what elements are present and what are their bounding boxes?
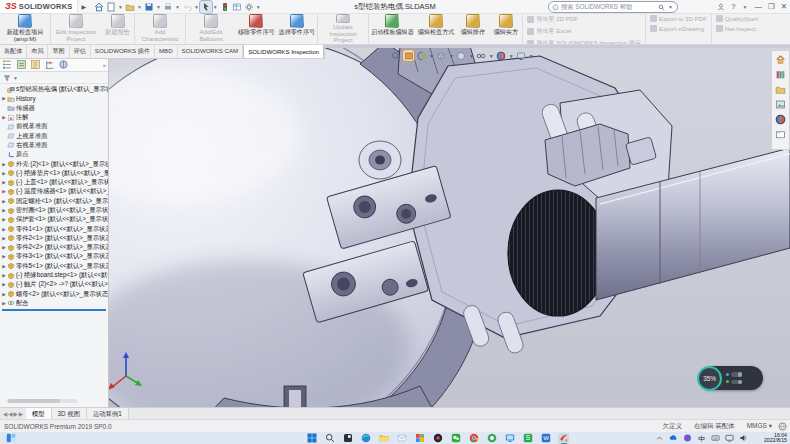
tab-solidworks-cam[interactable]: SOLIDWORKS CAM [178,44,244,58]
view-orientation-caret-icon[interactable]: ▼ [449,53,454,59]
menu-flyout-icon[interactable]: ▶ [78,3,89,10]
tree-item[interactable]: ▶外壳 (2)<1> (默认<<默认>_显示状 [0,159,108,168]
tree-horizontal-scrollbar[interactable] [6,399,78,403]
options-caret-icon[interactable]: ▼ [256,4,261,10]
tab-布局[interactable]: 布局 [27,44,48,58]
restore-icon[interactable]: ❐ [768,3,775,11]
recorder-overlay[interactable]: 35% [700,366,763,390]
tv-icon[interactable] [504,433,515,444]
zoom-percent-badge[interactable]: 35% [697,366,722,391]
view-settings-caret-icon[interactable]: ▼ [529,53,534,59]
seafile-icon[interactable]: S [522,433,533,444]
solidworks-taskbar-icon[interactable] [558,433,569,444]
recorder-switch-2[interactable] [731,380,742,385]
tree-item[interactable]: ▶零件5<1> (默认<<默认>_显示状态 [0,262,108,271]
print-icon[interactable] [162,1,174,13]
new-inspection-project-button[interactable]: 新建检查项目(amp:M) [0,13,50,44]
user-icon[interactable] [717,3,725,11]
solidworks-resources-icon[interactable] [775,53,787,65]
tree-item[interactable]: ▶(-) 触片 (2)<2> ->? (默认<<默认> [0,280,108,289]
appearances-icon[interactable] [775,113,787,125]
open-icon[interactable] [124,1,136,13]
tab-mbd[interactable]: MBD [155,44,178,58]
status-item[interactable]: MMGS ▾ [747,422,772,430]
graphics-area[interactable]: ▼▼▼▼▼▼ 35% [0,48,790,407]
select-balloons-button[interactable]: 选择零件序号 [277,13,318,44]
tree-item[interactable]: ▶零件2<1> (默认<<默认>_显示状态 [0,234,108,243]
tree-item[interactable]: ▶零件1<1> (默认<<默认>_显示状态 [0,224,108,233]
tray-expand-icon[interactable] [655,433,664,444]
design-library-icon[interactable] [775,68,787,80]
tree-item[interactable]: 原点 [0,150,108,159]
zoom-fit-icon[interactable] [390,50,401,61]
configurationmanager-icon[interactable] [30,59,41,70]
edit-appearance-caret-icon[interactable]: ▼ [509,53,514,59]
tab-评估[interactable]: 评估 [70,44,91,58]
minimize-icon[interactable]: — [754,3,762,11]
start-icon[interactable] [306,433,317,444]
display-style-caret-icon[interactable]: ▼ [469,53,474,59]
rollback-bar[interactable] [2,309,106,311]
save-caret-icon[interactable]: ▼ [156,4,161,10]
search-box[interactable]: i 搜索 SOLIDWORKS 帮助 ▼ [548,1,678,13]
view-settings-icon[interactable] [516,50,527,61]
tree-item[interactable]: ▶(-) 绝缘垫片<1> (默认<<默认>_显 [0,169,108,178]
wechat-icon[interactable] [450,433,461,444]
panel-chevron-icon[interactable]: » [103,62,106,68]
undo-caret-icon[interactable]: ▼ [194,4,199,10]
open-caret-icon[interactable]: ▼ [137,4,142,10]
save-icon[interactable] [143,1,155,13]
tree-item[interactable]: ▶零件2<2> (默认<<默认>_显示状态 [0,243,108,252]
mail-icon[interactable] [396,433,407,444]
edit-specifications-button[interactable]: 编辑实方 [489,13,522,44]
tree-item[interactable]: ▶固定螺栓<1> (默认<<默认>_显示状 [0,197,108,206]
ime-chinese-icon[interactable]: 中 [697,433,706,444]
tree-item[interactable]: 上视基准面 [0,131,108,140]
tab-草图[interactable]: 草图 [48,44,69,58]
view-palette-icon[interactable] [775,98,787,110]
wps-icon[interactable]: W [540,433,551,444]
new-document-icon[interactable] [105,1,117,13]
security-icon[interactable] [683,433,692,444]
solidworks-logo[interactable]: ЗS SOLIDWORKS [0,0,78,13]
options-icon[interactable] [243,1,255,13]
tree-item[interactable]: ▶密封圈<1> (默认<<默认>_显示状 [0,206,108,215]
undo-icon[interactable] [181,1,193,13]
hide-show-items-caret-icon[interactable]: ▼ [489,53,494,59]
featuremanager-tree-icon[interactable] [2,59,13,70]
select-caret-icon[interactable]: ▼ [213,4,218,10]
onedrive-icon[interactable] [669,433,678,444]
search-icon[interactable] [658,4,665,11]
rebuild-icon[interactable] [219,1,231,13]
tree-item[interactable]: 传感器 [0,104,108,113]
edit-operations-button[interactable]: 编辑操作 [456,13,489,44]
tab-solidworks-inspection[interactable]: SOLIDWORKS Inspection [243,44,324,58]
remove-balloons-button[interactable]: 移除零件序号 [236,13,277,44]
store-icon[interactable] [414,433,425,444]
taskbar-clock[interactable]: 16:04 2022/8/15 [764,433,787,444]
tree-item[interactable]: ▶A注解 [0,113,108,122]
tree-item[interactable]: 右视基准面 [0,141,108,150]
browser-icon[interactable] [486,433,497,444]
search-taskbar-icon[interactable] [324,433,335,444]
zoom-area-icon[interactable] [403,50,414,61]
display-icon[interactable] [725,433,734,444]
tree-item[interactable]: ▶保护套<1> (默认<<默认>_显示状 [0,215,108,224]
edit-appearance-icon[interactable] [496,50,507,61]
section-view-icon[interactable] [416,50,427,61]
file-explorer-taskbar-icon[interactable] [378,433,389,444]
touch-keyboard-icon[interactable] [711,433,720,444]
help-caret-icon[interactable]: ▼ [743,4,748,10]
new-document-caret-icon[interactable]: ▼ [118,4,123,10]
select-icon[interactable] [200,1,212,13]
file-explorer-icon[interactable] [775,83,787,95]
edge-icon[interactable] [360,433,371,444]
tree-filter-row[interactable]: ▼ [0,72,108,84]
chrome-icon[interactable] [468,433,479,444]
volume-icon[interactable] [739,433,748,444]
filter-caret-icon[interactable]: ▼ [13,75,18,81]
launch-template-editor-button[interactable]: 启动模板编辑器 [368,13,416,44]
search-caret-icon[interactable]: ▼ [668,4,673,10]
home-icon[interactable] [93,1,105,13]
propertymanager-icon[interactable] [16,59,27,70]
